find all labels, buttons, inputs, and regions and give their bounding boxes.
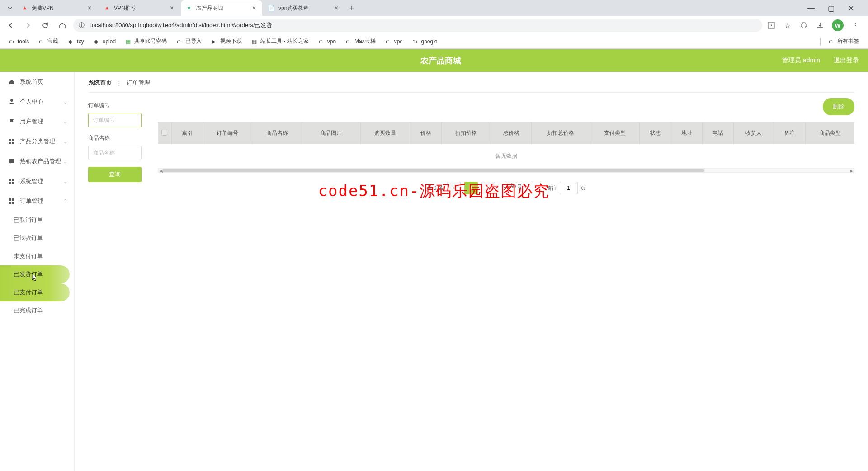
svg-rect-4 bbox=[9, 142, 11, 144]
order-id-label: 订单编号 bbox=[88, 102, 147, 109]
menu-category[interactable]: 产品分类管理 ⌄ bbox=[0, 132, 74, 151]
bookmark-item[interactable]: 🗀vpn bbox=[315, 37, 340, 47]
scroll-right-icon[interactable]: ▶ bbox=[849, 169, 854, 173]
search-panel: 订单编号 商品名称 查询 bbox=[88, 102, 147, 182]
menu-products[interactable]: 热销农产品管理 ⌄ bbox=[0, 151, 74, 171]
goto-page-input[interactable] bbox=[560, 182, 578, 194]
page-number-button[interactable]: 1 bbox=[464, 182, 478, 194]
menu-icon[interactable]: ⋮ bbox=[851, 21, 860, 30]
col-addr: 地址 bbox=[671, 122, 702, 144]
checkbox-header[interactable] bbox=[158, 122, 171, 144]
submenu-completed[interactable]: 已完成订单 bbox=[0, 301, 74, 320]
site-info-icon[interactable]: ⓘ bbox=[79, 21, 87, 29]
bookmark-item[interactable]: 🗀tools bbox=[5, 37, 33, 47]
bookmark-star-icon[interactable]: ☆ bbox=[783, 21, 792, 30]
bookmark-item[interactable]: ▶视频下载 bbox=[208, 36, 245, 47]
admin-label[interactable]: 管理员 admin bbox=[782, 57, 820, 65]
reload-button[interactable] bbox=[39, 19, 52, 32]
grid-icon bbox=[8, 178, 15, 185]
col-note: 备注 bbox=[774, 122, 805, 144]
delete-button[interactable]: 删除 bbox=[823, 98, 854, 115]
bookmark-item[interactable]: 🗀vps bbox=[382, 37, 406, 47]
back-button[interactable] bbox=[5, 19, 17, 32]
col-paytype: 支付类型 bbox=[590, 122, 640, 144]
order-id-input[interactable] bbox=[88, 113, 142, 127]
tab-close-icon[interactable]: ✕ bbox=[250, 5, 258, 12]
forward-button[interactable] bbox=[22, 19, 34, 32]
person-icon bbox=[8, 98, 15, 105]
col-status: 状态 bbox=[640, 122, 671, 144]
logout-button[interactable]: 退出登录 bbox=[834, 57, 859, 65]
maximize-button[interactable]: ▢ bbox=[823, 2, 839, 14]
svg-rect-8 bbox=[12, 179, 14, 181]
scroll-thumb[interactable] bbox=[162, 169, 704, 172]
page-size-select[interactable]: 10条/页 ⌄ bbox=[499, 182, 533, 194]
minimize-button[interactable]: — bbox=[803, 2, 819, 14]
submenu-cancelled[interactable]: 已取消订单 bbox=[0, 211, 74, 229]
breadcrumb-current: 订单管理 bbox=[127, 79, 150, 87]
bookmark-item[interactable]: ◆txy bbox=[65, 37, 87, 47]
home-button[interactable] bbox=[56, 19, 69, 32]
grid-icon bbox=[8, 138, 15, 145]
menu-orders[interactable]: 订单管理 ⌃ bbox=[0, 191, 74, 211]
all-bookmarks-button[interactable]: 🗀所有书签 bbox=[825, 36, 863, 47]
table-area: 删除 索引 订单编号 商品名称 商品图片 购买数量 价格 折扣价格 总价格 bbox=[158, 102, 854, 194]
url-text: localhost:8080/springbootw1eo4/admin/dis… bbox=[90, 21, 273, 29]
tab-close-icon[interactable]: ✕ bbox=[168, 5, 175, 12]
submenu-unpaid[interactable]: 未支付订单 bbox=[0, 247, 74, 265]
tab-close-icon[interactable]: ✕ bbox=[333, 5, 340, 12]
browser-tab-2[interactable]: ▼ 农产品商城 ✕ bbox=[181, 0, 262, 16]
breadcrumb: 系统首页 ⋮ 订单管理 bbox=[88, 79, 854, 93]
chevron-down-icon: ⌄ bbox=[63, 159, 67, 165]
col-total: 总价格 bbox=[491, 122, 531, 144]
search-button[interactable]: 查询 bbox=[88, 167, 142, 182]
menu-system[interactable]: 系统管理 ⌄ bbox=[0, 171, 74, 191]
bookmark-item[interactable]: ▦站长工具 - 站长之家 bbox=[248, 36, 312, 47]
submenu-paid[interactable]: 已支付订单 bbox=[0, 283, 70, 301]
browser-tab-3[interactable]: 📄 vpn购买教程 ✕ bbox=[263, 0, 344, 16]
submenu-refunded[interactable]: 已退款订单 bbox=[0, 229, 74, 247]
browser-tab-1[interactable]: 🔺 VPN推荐 ✕ bbox=[99, 0, 180, 16]
tab-title-1: VPN推荐 bbox=[114, 5, 166, 12]
tab-dropdown-icon[interactable] bbox=[4, 2, 16, 14]
close-window-button[interactable]: ✕ bbox=[843, 2, 859, 14]
next-page-button[interactable]: > bbox=[481, 182, 495, 194]
profile-avatar[interactable]: W bbox=[832, 19, 844, 31]
pagination: 共 0 条 < 1 > 10条/页 ⌄ 前往 页 bbox=[158, 182, 854, 194]
bookmark-item[interactable]: ◆uplod bbox=[90, 37, 119, 47]
empty-message: 暂无数据 bbox=[158, 144, 854, 168]
site-icon: ◆ bbox=[68, 38, 75, 45]
url-input[interactable]: ⓘ localhost:8080/springbootw1eo4/admin/d… bbox=[73, 19, 762, 32]
download-icon[interactable] bbox=[816, 21, 825, 30]
col-image: 商品图片 bbox=[302, 122, 360, 144]
breadcrumb-home[interactable]: 系统首页 bbox=[88, 79, 112, 87]
tab-close-icon[interactable]: ✕ bbox=[86, 5, 93, 12]
bookmark-item[interactable]: 🗀Max云梯 bbox=[342, 36, 379, 47]
extensions-icon[interactable] bbox=[799, 21, 808, 30]
menu-home[interactable]: 系统首页 bbox=[0, 72, 74, 92]
bookmark-item[interactable]: 🗀已导入 bbox=[173, 36, 205, 47]
folder-icon: 🗀 bbox=[346, 38, 352, 45]
bookmark-item[interactable]: 🗀宝藏 bbox=[35, 36, 62, 47]
app-title: 农产品商城 bbox=[99, 55, 782, 66]
home-icon bbox=[8, 78, 15, 85]
product-name-input[interactable] bbox=[88, 146, 142, 160]
submenu-shipped[interactable]: 已发货订单 bbox=[0, 265, 70, 283]
install-icon[interactable] bbox=[767, 21, 776, 30]
divider bbox=[820, 38, 821, 46]
bookmark-item[interactable]: 🗀google bbox=[409, 37, 441, 47]
menu-profile[interactable]: 个人中心 ⌄ bbox=[0, 92, 74, 112]
menu-users[interactable]: 用户管理 ⌄ bbox=[0, 112, 74, 132]
browser-tab-0[interactable]: 🔺 免费VPN ✕ bbox=[16, 0, 98, 16]
tab-title-2: 农产品商城 bbox=[196, 5, 249, 12]
chat-icon bbox=[8, 158, 15, 165]
bookmark-item[interactable]: ▦共享账号密码 bbox=[122, 36, 170, 47]
chevron-down-icon: ⌄ bbox=[525, 182, 529, 188]
tab-favicon-3: 📄 bbox=[268, 5, 275, 12]
table-scrollbar[interactable]: ◀ ▶ bbox=[158, 168, 854, 173]
new-tab-button[interactable]: + bbox=[345, 2, 358, 14]
prev-page-button[interactable]: < bbox=[447, 182, 461, 194]
col-type: 商品类型 bbox=[805, 122, 854, 144]
product-name-label: 商品名称 bbox=[88, 134, 147, 142]
col-receiver: 收货人 bbox=[733, 122, 774, 144]
